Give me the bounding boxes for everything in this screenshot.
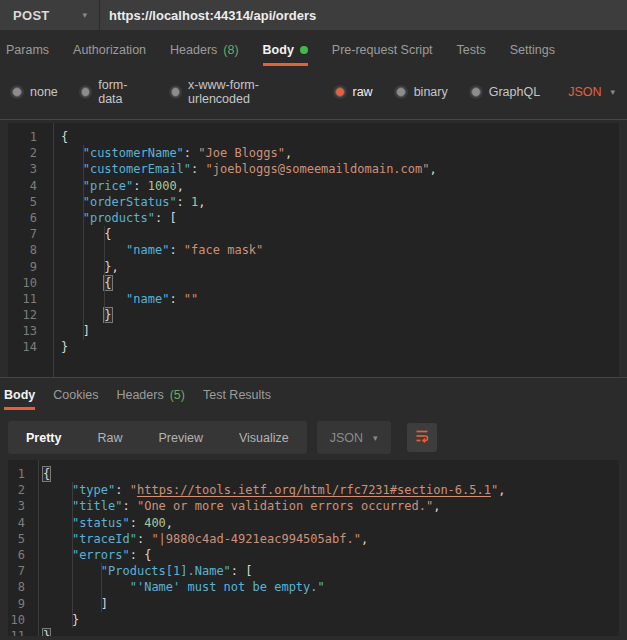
response-language-label: JSON <box>330 431 363 445</box>
radio-icon <box>471 87 481 97</box>
code-token: : <box>169 243 183 257</box>
radio-label: x-www-form-urlencoded <box>188 78 311 106</box>
code-token: : <box>177 195 191 209</box>
response-code-area: { "type": "https://tools.ietf.org/html/r… <box>39 460 619 636</box>
code-token: : <box>137 532 151 546</box>
code-token: } <box>72 613 79 627</box>
body-type-binary[interactable]: binary <box>396 85 448 99</box>
code-token: "|9880c4ad-4921eac994505abf." <box>151 532 361 546</box>
code-token: : <box>169 292 183 306</box>
tab-authorization[interactable]: Authorization <box>73 43 146 66</box>
code-token <box>61 243 126 257</box>
line-number: 7 <box>8 563 25 579</box>
tab-count: (8) <box>223 43 238 57</box>
line-number: 10 <box>8 612 25 628</box>
tab-settings[interactable]: Settings <box>510 43 555 66</box>
code-line: "errors": { <box>43 547 619 563</box>
chevron-down-icon: ▾ <box>373 433 378 443</box>
tab-label: Pre-request Script <box>332 43 433 57</box>
line-number: 9 <box>8 596 25 612</box>
code-token <box>43 499 72 513</box>
method-dropdown[interactable]: POST ▾ <box>0 0 100 30</box>
line-number: 1 <box>8 129 37 145</box>
code-token <box>43 516 72 530</box>
radio-icon <box>12 87 22 97</box>
tab-label: Params <box>6 43 49 57</box>
code-token: ] <box>83 324 90 338</box>
body-type-raw[interactable]: raw <box>335 85 373 99</box>
tab-cookies[interactable]: Cookies <box>53 388 98 410</box>
tab-count: (5) <box>170 388 185 402</box>
code-token <box>61 146 83 160</box>
code-token: "status" <box>72 516 130 530</box>
code-token: : <box>122 499 136 513</box>
response-body-editor[interactable]: 1234567891011 { "type": "https://tools.i… <box>8 460 619 636</box>
tab-label: Authorization <box>73 43 146 57</box>
body-type-form-data[interactable]: form-data <box>81 78 148 106</box>
code-line: "products": [ <box>61 210 619 226</box>
code-token <box>43 548 72 562</box>
code-token: "name" <box>126 292 169 306</box>
code-token: ] <box>101 597 108 611</box>
line-number: 8 <box>8 579 25 595</box>
view-mode-raw[interactable]: Raw <box>79 421 140 454</box>
code-token: , <box>498 483 505 497</box>
code-token: } <box>43 629 50 636</box>
tab-label: Headers <box>116 388 163 402</box>
wrap-lines-button[interactable] <box>407 423 437 452</box>
code-token: "Joe Bloggs" <box>198 146 285 160</box>
tab-label: Body <box>4 388 35 402</box>
code-token <box>43 613 72 627</box>
code-line: { <box>43 466 619 482</box>
indent-guide <box>83 145 84 339</box>
body-type-none[interactable]: none <box>12 85 58 99</box>
tab-tests[interactable]: Tests <box>457 43 486 66</box>
code-line: "customerEmail": "joebloggs@someemaildom… <box>61 161 619 177</box>
radio-icon <box>81 87 90 97</box>
tab-test-results[interactable]: Test Results <box>203 388 271 410</box>
code-token: "type" <box>72 483 115 497</box>
code-token: " <box>130 483 137 497</box>
request-body-editor[interactable]: 1234567891011121314 { "customerName": "J… <box>8 123 619 377</box>
view-mode-pretty[interactable]: Pretty <box>8 421 79 454</box>
tab-pre-request-script[interactable]: Pre-request Script <box>332 43 433 66</box>
line-number: 9 <box>8 259 37 275</box>
response-view-modes: PrettyRawPreviewVisualize <box>8 421 307 454</box>
code-token: "Products[1].Name" <box>101 564 231 578</box>
code-line: "title": "One or more validation errors … <box>43 498 619 514</box>
code-token: "'Name' must not be empty." <box>130 580 325 594</box>
body-type-x-www-form-urlencoded[interactable]: x-www-form-urlencoded <box>171 78 312 106</box>
line-number: 14 <box>8 339 37 355</box>
code-token: , <box>285 146 292 160</box>
code-token: "" <box>184 292 198 306</box>
tab-body[interactable]: Body <box>263 43 308 66</box>
code-line: ] <box>61 323 619 339</box>
code-token: } <box>104 308 111 322</box>
line-number: 5 <box>8 531 25 547</box>
body-language-dropdown[interactable]: JSON▾ <box>568 85 615 99</box>
view-mode-visualize[interactable]: Visualize <box>221 421 307 454</box>
code-token: : <box>130 516 144 530</box>
line-number: 2 <box>8 145 37 161</box>
indent-guide <box>101 563 102 612</box>
code-line: "orderStatus": 1, <box>61 194 619 210</box>
tab-headers[interactable]: Headers(8) <box>170 43 239 66</box>
line-number: 1 <box>8 466 25 482</box>
tab-label: Headers <box>170 43 217 57</box>
tab-headers[interactable]: Headers(5) <box>116 388 185 410</box>
code-token: "orderStatus" <box>83 195 177 209</box>
view-mode-preview[interactable]: Preview <box>140 421 220 454</box>
tab-params[interactable]: Params <box>6 43 49 66</box>
body-type-graphql[interactable]: GraphQL <box>471 85 540 99</box>
line-number: 4 <box>8 178 37 194</box>
code-line: "status": 400, <box>43 515 619 531</box>
code-token: { <box>61 130 68 144</box>
response-language-dropdown[interactable]: JSON ▾ <box>317 421 391 454</box>
tab-body[interactable]: Body <box>4 388 35 410</box>
request-editor-section: 1234567891011121314 { "customerName": "J… <box>0 120 627 378</box>
chevron-down-icon: ▾ <box>82 10 87 20</box>
url-input[interactable]: https://localhost:44314/api/orders <box>100 0 627 30</box>
code-token: "name" <box>126 243 169 257</box>
line-number: 6 <box>8 547 25 563</box>
code-token: { <box>104 276 111 290</box>
